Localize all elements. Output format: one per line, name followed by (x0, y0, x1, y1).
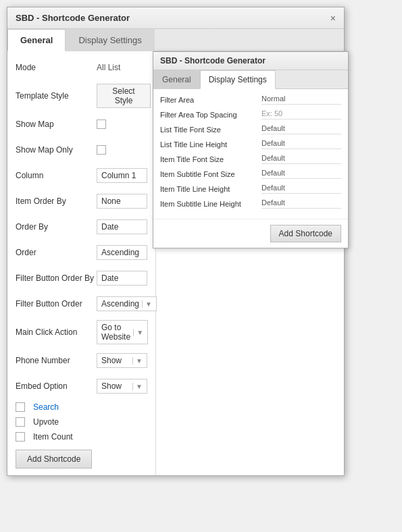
rp-item-title-height-label: Item Title Line Height (160, 185, 261, 193)
rp-add-shortcode-button[interactable]: Add Shortcode (270, 225, 341, 242)
close-button[interactable]: × (330, 14, 336, 23)
show-map-row: Show Map (16, 115, 147, 134)
order-by-row: Order By Date (16, 217, 147, 236)
tab-general[interactable]: General (7, 29, 66, 51)
item-count-label: Item Count (33, 432, 73, 442)
filter-order-row: Filter Button Order Ascending ▼ (16, 294, 147, 313)
mode-label: Mode (16, 63, 97, 72)
dialog-titlebar: SBD - Shortcode Generator × (7, 7, 344, 29)
tabs-bar: General Display Settings (7, 29, 344, 51)
show-map-only-row: Show Map Only (16, 140, 147, 159)
embed-row: Embed Option Show ▼ (16, 377, 147, 396)
dialog-title: SBD - Shortcode Generator (16, 13, 130, 23)
column-dropdown[interactable]: Column 1 (97, 168, 147, 183)
filter-order-by-row: Filter Button Order By Date (16, 269, 147, 288)
main-click-dropdown[interactable]: Go to Website ▼ (97, 320, 148, 344)
order-dropdown[interactable]: Ascending (97, 245, 147, 260)
rp-row-list-title-font: List Title Font Size Default (160, 124, 341, 134)
filter-order-arrow-icon: ▼ (142, 300, 152, 308)
search-label: Search (33, 402, 59, 412)
column-row: Column Column 1 (16, 166, 147, 185)
main-content: Mode All List Template Style Select Styl… (7, 51, 344, 475)
main-click-label: Main Click Action (16, 327, 97, 337)
rp-filter-area-value: Normal (261, 95, 341, 105)
rp-row-filter-area: Filter Area Normal (160, 95, 341, 105)
phone-arrow-icon: ▼ (132, 357, 143, 365)
main-click-row: Main Click Action Go to Website ▼ (16, 320, 147, 344)
right-panel-body: Filter Area Normal Filter Area Top Spaci… (153, 89, 348, 219)
rp-row-item-title-font: Item Title Font Size Default (160, 154, 341, 164)
rp-tab-display[interactable]: Display Settings (200, 70, 276, 89)
select-style-button[interactable]: Select Style (97, 84, 151, 108)
show-map-label: Show Map (16, 119, 97, 129)
item-count-checkbox[interactable] (16, 432, 25, 442)
upvote-checkbox-row: Upvote (16, 417, 147, 427)
template-style-row: Template Style Select Style (16, 84, 147, 108)
item-count-checkbox-row: Item Count (16, 432, 147, 442)
embed-label: Embed Option (16, 381, 97, 391)
embed-arrow-icon: ▼ (132, 383, 143, 390)
order-row: Order Ascending (16, 243, 147, 262)
item-order-label: Item Order By (16, 196, 97, 206)
tab-display-settings[interactable]: Display Settings (66, 29, 154, 51)
rp-list-title-font-label: List Title Font Size (160, 126, 261, 134)
phone-row: Phone Number Show ▼ (16, 351, 147, 370)
show-map-checkbox[interactable] (97, 119, 106, 129)
rp-row-list-title-height: List Title Line Height Default (160, 139, 341, 149)
embed-dropdown[interactable]: Show ▼ (97, 379, 147, 394)
rp-item-subtitle-font-label: Item Subtitle Font Size (160, 170, 261, 178)
main-dialog: SBD - Shortcode Generator × General Disp… (7, 7, 345, 476)
main-click-arrow-icon: ▼ (133, 329, 143, 336)
item-order-row: Item Order By None (16, 192, 147, 211)
search-checkbox-row: Search (16, 402, 147, 412)
rp-item-title-font-value: Default (261, 154, 341, 164)
rp-filter-spacing-label: Filter Area Top Spacing (160, 111, 261, 119)
rp-item-title-height-value: Default (261, 184, 341, 194)
rp-tab-general[interactable]: General (153, 70, 200, 89)
rp-row-item-title-height: Item Title Line Height Default (160, 184, 341, 194)
phone-dropdown[interactable]: Show ▼ (97, 353, 147, 368)
rp-row-item-subtitle-height: Item Subtitle Line Height Default (160, 198, 341, 209)
rp-filter-spacing-value: Ex: 50 (261, 109, 341, 119)
filter-order-dropdown[interactable]: Ascending ▼ (97, 296, 157, 311)
left-panel: Mode All List Template Style Select Styl… (7, 51, 156, 475)
rp-item-subtitle-height-label: Item Subtitle Line Height (160, 200, 261, 208)
add-shortcode-button[interactable]: Add Shortcode (16, 450, 92, 469)
upvote-label: Upvote (33, 417, 59, 427)
rp-list-title-height-value: Default (261, 139, 341, 149)
right-panel: SBD - Shortcode Generator General Displa… (153, 51, 349, 248)
search-checkbox[interactable] (16, 402, 25, 412)
item-order-dropdown[interactable]: None (97, 194, 147, 209)
rp-row-filter-spacing: Filter Area Top Spacing Ex: 50 (160, 109, 341, 119)
order-label: Order (16, 248, 97, 257)
mode-row: Mode All List (16, 58, 147, 77)
rp-item-subtitle-font-value: Default (261, 169, 341, 179)
filter-order-by-dropdown[interactable]: Date (97, 271, 147, 286)
column-label: Column (16, 171, 97, 180)
rp-item-title-font-label: Item Title Font Size (160, 155, 261, 163)
upvote-checkbox[interactable] (16, 417, 25, 427)
phone-label: Phone Number (16, 356, 97, 365)
right-panel-title: SBD - Shortcode Generator (153, 52, 348, 70)
rp-list-title-font-value: Default (261, 124, 341, 134)
right-panel-footer: Add Shortcode (153, 219, 348, 248)
mode-value: All List (97, 63, 147, 72)
rp-row-item-subtitle-font: Item Subtitle Font Size Default (160, 169, 341, 179)
right-panel-tabs: General Display Settings (153, 70, 348, 89)
order-by-dropdown[interactable]: Date (97, 219, 147, 234)
filter-order-by-label: Filter Button Order By (16, 273, 97, 283)
order-by-label: Order By (16, 222, 97, 232)
rp-list-title-height-label: List Title Line Height (160, 140, 261, 149)
template-label: Template Style (16, 91, 97, 101)
filter-order-label: Filter Button Order (16, 299, 97, 309)
rp-filter-area-label: Filter Area (160, 96, 261, 104)
show-map-only-label: Show Map Only (16, 145, 97, 155)
show-map-only-checkbox[interactable] (97, 145, 106, 155)
rp-item-subtitle-height-value: Default (261, 198, 341, 209)
